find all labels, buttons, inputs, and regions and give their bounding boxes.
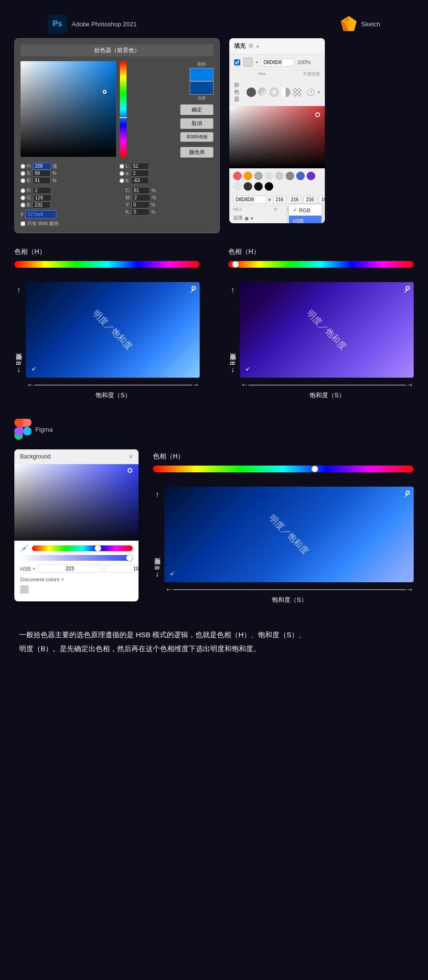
preset-silver[interactable] — [275, 172, 284, 180]
sketch-presets — [229, 168, 325, 194]
hex-input[interactable] — [25, 210, 56, 218]
field-a: a: — [119, 170, 214, 177]
figma-H-input[interactable] — [37, 565, 103, 573]
preset-lightgray[interactable] — [265, 172, 273, 180]
hex-dropdown-arrow[interactable]: ▾ — [268, 197, 271, 202]
plus-icon[interactable]: + — [256, 43, 259, 50]
linear-gradient-icon[interactable] — [258, 87, 268, 97]
square-cursor-right — [406, 286, 410, 290]
color-square-right: 明度／饱和度 ↗ ↙ — [240, 282, 414, 378]
input-L[interactable] — [131, 163, 149, 170]
preset-nearblack[interactable] — [254, 182, 263, 191]
preset-black[interactable] — [265, 182, 273, 191]
dropdown-rgb[interactable]: ✓RGB — [289, 205, 321, 216]
dropdown-hsb[interactable]: HSB — [289, 216, 321, 223]
input-H[interactable] — [33, 163, 51, 170]
hex-model-input[interactable] — [233, 196, 267, 204]
sketch-color-types — [246, 87, 302, 97]
chevron-down-icon[interactable]: ▾ — [318, 89, 320, 95]
figma-alpha-thumb — [126, 555, 133, 561]
figma-alpha-bar[interactable] — [20, 555, 133, 561]
figma-mode-label[interactable]: HSB — [20, 566, 31, 572]
figma-picker-title: Background — [20, 453, 51, 460]
field-Y: Y: % — [119, 201, 214, 208]
radial-gradient-icon[interactable] — [269, 87, 279, 97]
figma-picker-window: Background × 💉 — [14, 449, 139, 601]
Alpha-value[interactable] — [319, 196, 325, 204]
input-K[interactable] — [131, 208, 150, 216]
bottom-line1: 一般拾色器主要的选色原理遵循的是 HSB 模式的逻辑，也就是色相（H）、饱和度（… — [19, 628, 409, 642]
sketch-spectrum-area[interactable] — [229, 106, 325, 168]
pattern-icon[interactable] — [292, 87, 302, 97]
figma-hue-bar[interactable] — [32, 545, 133, 551]
figma-close-icon[interactable]: × — [129, 453, 133, 460]
G-value[interactable] — [288, 196, 301, 204]
ps-hue-cursor — [119, 117, 128, 119]
preset-transparent[interactable] — [233, 182, 242, 191]
sketch-fill-header: 填充 ⚙ + — [229, 38, 325, 54]
fill-checkbox[interactable] — [234, 59, 240, 65]
preset-blue[interactable] — [296, 172, 305, 180]
ps-picker-body: 新的 当前 确定 取消 添加到色板 颜色库 — [21, 61, 214, 160]
input-b[interactable] — [131, 177, 149, 184]
field-B: B: % — [21, 177, 115, 184]
right-arrow-s: → — [192, 381, 200, 389]
fill-opacity: 100% — [297, 59, 310, 65]
preset-purple[interactable] — [307, 172, 315, 180]
field-b: b: — [119, 177, 214, 184]
ok-button[interactable]: 确定 — [180, 104, 214, 115]
input-M[interactable] — [132, 194, 150, 201]
preset-orange[interactable] — [244, 172, 252, 180]
angular-gradient-icon[interactable] — [281, 87, 290, 97]
fill-color-swatch[interactable] — [243, 57, 253, 67]
input-R[interactable] — [33, 187, 51, 194]
input-G[interactable] — [33, 194, 52, 201]
R-value[interactable] — [273, 196, 286, 204]
B-value[interactable] — [303, 196, 317, 204]
color-library-button[interactable]: 颜色库 — [180, 147, 214, 158]
s-axis-line-left — [34, 385, 192, 385]
field-L: L: — [119, 163, 214, 170]
input-B2[interactable] — [32, 201, 51, 208]
figma-logo-icon — [14, 419, 32, 440]
figma-b-label: 明度（B） — [153, 499, 161, 570]
figma-doc-colors-arrow[interactable]: ▾ — [62, 577, 64, 582]
ps-spectrum[interactable] — [21, 61, 116, 157]
preset-red[interactable] — [233, 172, 242, 180]
preset-gray[interactable] — [254, 172, 263, 180]
s-axis-right-container: ← → 饱和度（S） — [228, 381, 414, 400]
s-axis-left-container: ← → 饱和度（S） — [14, 381, 200, 400]
figma-color-square: 明度／饱和度 ↗ ↙ — [164, 487, 414, 582]
input-C[interactable] — [132, 187, 150, 194]
adapts-dropdown[interactable]: ◉ — [245, 216, 249, 221]
figma-bottom-left-arrow: ↙ — [170, 570, 175, 577]
cancel-button[interactable]: 取消 — [180, 118, 214, 129]
s-label-left: 饱和度（S） — [27, 391, 200, 400]
history-icon[interactable]: 🕐 — [307, 88, 315, 96]
field-C: C: % — [119, 187, 214, 194]
ps-hue-bar[interactable] — [120, 61, 127, 157]
preset-darkgray[interactable] — [286, 172, 294, 180]
field-B2: B: — [21, 201, 115, 208]
figma-S-input[interactable] — [105, 565, 139, 573]
preset-darkbrown[interactable] — [244, 182, 252, 191]
fill-hex-input[interactable] — [261, 58, 294, 66]
field-M: M: % — [119, 194, 214, 201]
input-S[interactable] — [32, 170, 51, 177]
web-only-check: 只有 Web 颜色 — [21, 220, 115, 227]
figma-mode-arrow[interactable]: ▾ — [33, 566, 35, 571]
hue-bar-right[interactable] — [228, 261, 414, 268]
figma-spectrum[interactable] — [14, 464, 139, 541]
down-arrow-left: ↓ — [17, 365, 21, 374]
figma-eyedropper-icon[interactable]: 💉 — [20, 544, 28, 552]
gear-icon[interactable]: ⚙ — [248, 43, 254, 50]
input-B[interactable] — [32, 177, 51, 184]
input-a[interactable] — [131, 170, 149, 177]
figma-right-arrow-s: → — [406, 585, 414, 594]
add-to-swatches-button[interactable]: 添加到色板 — [180, 132, 214, 142]
hue-label-left: 色相（H） — [14, 248, 200, 256]
figma-hue-bar-diagram[interactable] — [153, 466, 414, 472]
input-Y[interactable] — [131, 201, 150, 208]
hue-bar-left[interactable] — [14, 261, 200, 268]
flat-fill-icon[interactable] — [246, 87, 256, 97]
